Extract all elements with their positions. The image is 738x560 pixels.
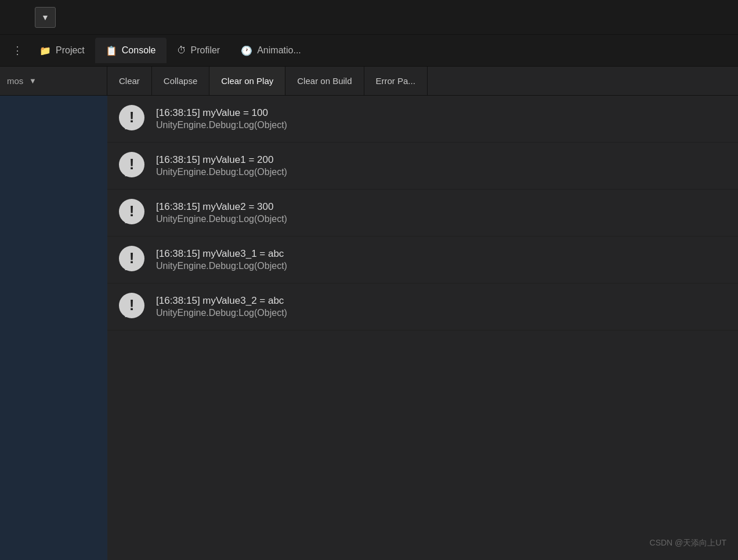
log-text: [16:38:15] myValue2 = 300 UnityEngine.De…	[156, 201, 287, 224]
log-text: [16:38:15] myValue = 100 UnityEngine.Deb…	[156, 107, 287, 130]
log-main-text: [16:38:15] myValue = 100	[156, 107, 287, 119]
toolbar-left-label: mos	[7, 76, 23, 86]
console-tab-icon: 📋	[106, 45, 117, 56]
log-icon: !	[117, 151, 147, 181]
toolbar-btn-clear-on-play[interactable]: Clear on Play	[209, 67, 285, 95]
profiler-tab-icon: ⏱	[177, 45, 186, 56]
project-tab-icon: 📁	[39, 45, 51, 56]
tab-animation[interactable]: 🕐Animatio...	[230, 38, 312, 63]
sidebar	[0, 96, 107, 560]
log-main-text: [16:38:15] myValue3_1 = abc	[156, 248, 287, 260]
toolbar-btn-collapse[interactable]: Collapse	[152, 67, 209, 95]
tab-profiler[interactable]: ⏱Profiler	[167, 38, 231, 63]
log-icon: !	[117, 198, 147, 228]
tab-bar-menu-button[interactable]: ⋮	[6, 44, 29, 57]
log-entry[interactable]: ! [16:38:15] myValue = 100 UnityEngine.D…	[107, 96, 738, 143]
log-entry[interactable]: ! [16:38:15] myValue3_1 = abc UnityEngin…	[107, 237, 738, 283]
log-main-text: [16:38:15] myValue2 = 300	[156, 201, 287, 213]
top-bar: ▼	[0, 0, 738, 35]
log-icon: !	[117, 104, 147, 134]
tab-bar: ⋮ 📁Project📋Console⏱Profiler🕐Animatio...	[0, 35, 738, 67]
toolbar-btn-clear[interactable]: Clear	[107, 67, 152, 95]
unity-editor-window: ▼ ⋮ 📁Project📋Console⏱Profiler🕐Animatio..…	[0, 0, 738, 560]
tab-project[interactable]: 📁Project	[29, 38, 95, 63]
svg-text:!: !	[129, 249, 135, 267]
console-tab-label: Console	[122, 45, 156, 56]
svg-text:!: !	[129, 155, 135, 173]
log-main-text: [16:38:15] myValue1 = 200	[156, 154, 287, 166]
console-toolbar: mos ▼ ClearCollapseClear on PlayClear on…	[0, 67, 738, 96]
main-content: ! [16:38:15] myValue = 100 UnityEngine.D…	[0, 96, 738, 560]
log-icon: !	[117, 245, 147, 275]
log-sub-text: UnityEngine.Debug:Log(Object)	[156, 167, 287, 177]
log-sub-text: UnityEngine.Debug:Log(Object)	[156, 120, 287, 130]
svg-text:!: !	[129, 296, 135, 314]
animation-tab-icon: 🕐	[241, 45, 252, 56]
log-sub-text: UnityEngine.Debug:Log(Object)	[156, 308, 287, 318]
log-text: [16:38:15] myValue3_1 = abc UnityEngine.…	[156, 248, 287, 271]
project-tab-label: Project	[56, 45, 85, 56]
log-entry[interactable]: ! [16:38:15] myValue3_2 = abc UnityEngin…	[107, 283, 738, 330]
toolbar-buttons: ClearCollapseClear on PlayClear on Build…	[107, 67, 428, 95]
log-sub-text: UnityEngine.Debug:Log(Object)	[156, 214, 287, 224]
log-text: [16:38:15] myValue1 = 200 UnityEngine.De…	[156, 154, 287, 177]
log-main-text: [16:38:15] myValue3_2 = abc	[156, 295, 287, 307]
toolbar-btn-clear-on-build[interactable]: Clear on Build	[285, 67, 364, 95]
log-text: [16:38:15] myValue3_2 = abc UnityEngine.…	[156, 295, 287, 318]
log-sub-text: UnityEngine.Debug:Log(Object)	[156, 261, 287, 271]
watermark: CSDN @天添向上UT	[650, 538, 726, 548]
profiler-tab-label: Profiler	[191, 45, 220, 56]
tab-console[interactable]: 📋Console	[95, 38, 167, 63]
svg-text:!: !	[129, 202, 135, 220]
log-entry[interactable]: ! [16:38:15] myValue1 = 200 UnityEngine.…	[107, 143, 738, 190]
svg-text:!: !	[129, 108, 135, 126]
toolbar-btn-error-pause[interactable]: Error Pa...	[364, 67, 428, 95]
toolbar-dropdown-button[interactable]: ▼	[27, 75, 38, 87]
console-panel[interactable]: ! [16:38:15] myValue = 100 UnityEngine.D…	[107, 96, 738, 560]
toolbar-left-panel: mos ▼	[0, 67, 107, 95]
log-entry[interactable]: ! [16:38:15] myValue2 = 300 UnityEngine.…	[107, 190, 738, 237]
animation-tab-label: Animatio...	[257, 45, 301, 56]
log-icon: !	[117, 292, 147, 322]
top-dropdown-button[interactable]: ▼	[35, 7, 56, 28]
